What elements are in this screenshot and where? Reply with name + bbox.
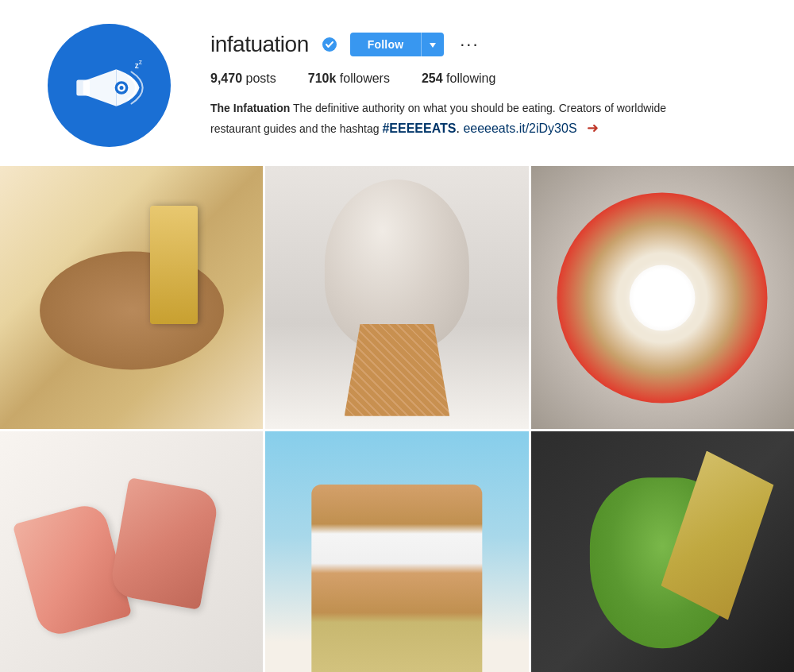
bio-separator: . xyxy=(456,122,459,135)
bio-hashtag-link[interactable]: #EEEEEATS xyxy=(382,122,456,135)
follow-button[interactable]: Follow xyxy=(350,33,422,56)
bio-text: The Infatuation The definitive authority… xyxy=(210,98,671,139)
avatar-container: z z xyxy=(48,24,171,147)
posts-count: 9,470 xyxy=(210,71,242,85)
photo-cell-pancake[interactable] xyxy=(0,166,263,429)
megaphone-icon: z z xyxy=(70,54,149,118)
avatar: z z xyxy=(48,24,171,147)
photo-cell-guacamole[interactable] xyxy=(531,431,794,672)
profile-header: z z infatuation Follow ··· xyxy=(0,0,794,163)
username: infatuation xyxy=(210,32,309,57)
photo-cell-sushi[interactable] xyxy=(0,431,263,672)
follow-dropdown-button[interactable] xyxy=(421,33,444,56)
followers-count: 710k xyxy=(308,71,337,85)
bio-name: The Infatuation xyxy=(210,102,290,114)
photo-cell-icecream[interactable] xyxy=(265,166,528,429)
photo-grid xyxy=(0,166,794,672)
chevron-down-icon xyxy=(430,43,436,48)
svg-rect-0 xyxy=(76,79,90,95)
following-label: following xyxy=(446,71,495,85)
stats-row: 9,470 posts 710k followers 254 following xyxy=(210,71,762,86)
follow-button-group: Follow xyxy=(350,33,445,56)
profile-top-row: infatuation Follow ··· xyxy=(210,32,762,57)
profile-info: infatuation Follow ··· 9,470 posts xyxy=(210,24,762,139)
verified-badge-icon xyxy=(322,37,337,52)
followers-stat: 710k followers xyxy=(308,71,390,86)
posts-label: posts xyxy=(246,71,276,85)
more-options-button[interactable]: ··· xyxy=(457,36,482,53)
photo-cell-cookie-sandwich[interactable] xyxy=(265,431,528,672)
svg-point-3 xyxy=(119,86,123,90)
photo-cell-pizza[interactable] xyxy=(531,166,794,429)
following-count: 254 xyxy=(422,71,443,85)
following-stat: 254 following xyxy=(422,71,495,86)
followers-label: followers xyxy=(340,71,390,85)
bio-section: The Infatuation The definitive authority… xyxy=(210,98,671,139)
svg-text:z: z xyxy=(138,57,141,65)
bio-website-link[interactable]: eeeeeats.it/2iDy30S xyxy=(463,122,576,135)
posts-stat: 9,470 posts xyxy=(210,71,276,86)
arrow-indicator: ➜ xyxy=(587,120,599,136)
